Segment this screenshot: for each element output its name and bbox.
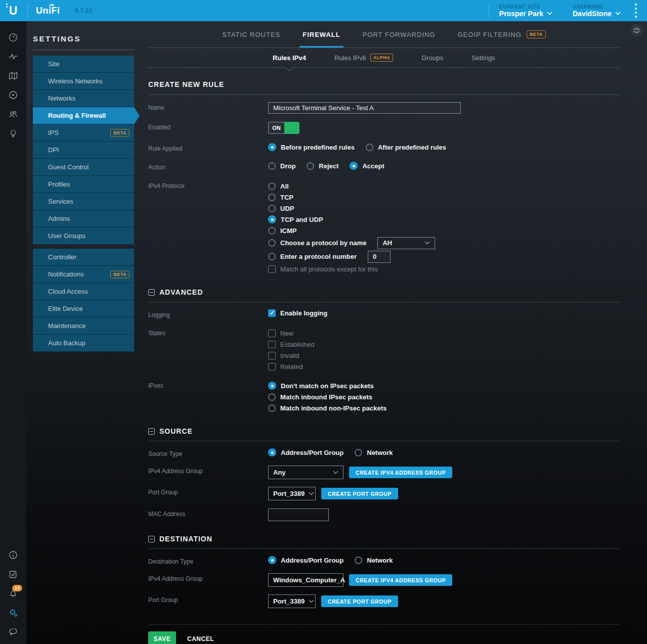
save-button[interactable]: SAVE	[148, 631, 176, 644]
radio-after-predefined[interactable]: After predefined rules	[366, 144, 446, 151]
more-menu-icon[interactable]	[635, 4, 637, 18]
tab-firewall[interactable]: FIREWALL	[303, 21, 340, 48]
checkbox-match-all-except[interactable]: Match all protocols except for this	[268, 263, 378, 274]
sidebar-item-controller[interactable]: Controller	[33, 249, 134, 266]
tab-static-routes[interactable]: STATIC ROUTES	[222, 21, 280, 48]
ubiquiti-logo[interactable]: U	[0, 0, 26, 21]
destination-port-group-dropdown[interactable]: Port_3389	[268, 594, 316, 608]
topbar-separator	[489, 4, 489, 18]
radio-ipsec-match-non-ipsec[interactable]: Match inbound non-IPsec packets	[268, 402, 386, 413]
radio-ipsec-dont-match[interactable]: Don't match on IPsec packets	[268, 380, 374, 391]
create-port-group-button[interactable]: CREATE PORT GROUP	[321, 488, 398, 499]
collapse-icon[interactable]	[148, 536, 155, 542]
events-icon[interactable]	[8, 569, 18, 579]
radio-protocol-tcp-udp[interactable]: TCP and UDP	[268, 214, 323, 225]
sidebar-item-routing-firewall[interactable]: Routing & Firewall	[33, 107, 134, 124]
create-ipv4-address-group-button[interactable]: CREATE IPV4 ADDRESS GROUP	[349, 467, 452, 478]
hotspot-printer-button[interactable]	[630, 24, 643, 36]
radio-source-network[interactable]: Network	[355, 449, 393, 456]
destination-address-group-dropdown[interactable]: Windows_Computer_A	[268, 573, 343, 587]
checkbox-state-established[interactable]: Established	[268, 339, 314, 350]
radio-reject[interactable]: Reject	[307, 162, 338, 170]
sidebar-item-services[interactable]: Services	[33, 193, 134, 210]
sidebar-item-notifications[interactable]: NotificationsBETA	[33, 266, 134, 283]
clients-icon[interactable]	[8, 109, 18, 119]
beta-badge: BETA	[527, 30, 546, 38]
icon-rail: 13	[0, 21, 26, 644]
source-address-group-dropdown[interactable]: Any	[268, 466, 343, 479]
topbar: U UniFi 5.7.23 CURRENT SITE Prosper Park…	[0, 0, 647, 21]
radio-selected-icon	[268, 215, 276, 223]
tab-geoip-filtering[interactable]: GEOIP FILTERINGBETA	[458, 21, 546, 48]
sidebar-item-auto-backup[interactable]: Auto Backup	[33, 335, 134, 352]
devices-icon[interactable]	[8, 90, 18, 100]
protocol-number-input[interactable]	[368, 251, 391, 263]
sidebar-item-maintenance[interactable]: Maintenance	[33, 317, 134, 335]
sidebar-item-profiles[interactable]: Profiles	[33, 176, 134, 193]
radio-protocol-by-number[interactable]: Enter a protocol number	[268, 250, 391, 263]
sidebar-item-wireless-networks[interactable]: Wireless Networks	[33, 73, 134, 90]
checkbox-state-invalid[interactable]: Invalid	[268, 350, 299, 361]
sidebar-item-cloud-access[interactable]: Cloud Access	[33, 283, 134, 300]
radio-protocol-udp[interactable]: UDP	[268, 203, 294, 214]
map-icon[interactable]	[8, 71, 18, 81]
sidebar-item-ips[interactable]: IPSBETA	[33, 124, 134, 142]
mac-address-input[interactable]	[268, 509, 329, 521]
collapse-icon[interactable]	[148, 428, 155, 435]
beta-badge: BETA	[110, 270, 130, 278]
advanced-section-header: ADVANCED	[148, 288, 620, 302]
radio-source-address-port-group[interactable]: Address/Port Group	[268, 448, 343, 456]
cancel-button[interactable]: CANCEL	[187, 635, 214, 642]
current-site-label: CURRENT SITE	[499, 4, 552, 10]
firewall-subtabs: Rules IPv4 Rules IPv6ALPHA Groups Settin…	[148, 48, 620, 68]
settings-sidebar: SETTINGS Site Wireless Networks Networks…	[26, 21, 145, 352]
radio-selected-icon	[268, 556, 276, 564]
settings-gear-icon[interactable]	[8, 608, 18, 618]
statistics-icon[interactable]	[8, 52, 18, 62]
sidebar-item-elite-device[interactable]: Elite Device	[33, 300, 134, 317]
checkbox-state-new[interactable]: New	[268, 328, 293, 339]
sidebar-item-user-groups[interactable]: User Groups	[33, 227, 134, 245]
create-ipv4-address-group-button[interactable]: CREATE IPV4 ADDRESS GROUP	[349, 574, 452, 586]
sidebar-item-admins[interactable]: Admins	[33, 210, 134, 227]
radio-before-predefined[interactable]: Before predefined rules	[268, 143, 355, 151]
alpha-badge: ALPHA	[370, 54, 394, 62]
collapse-icon[interactable]	[148, 289, 155, 296]
protocol-name-dropdown[interactable]: AH	[377, 237, 435, 249]
insights-icon[interactable]	[8, 128, 18, 139]
subtab-settings[interactable]: Settings	[471, 48, 495, 67]
radio-icon	[366, 144, 373, 151]
sidebar-item-guest-control[interactable]: Guest Control	[33, 159, 134, 176]
info-icon[interactable]	[8, 550, 18, 560]
radio-destination-address-port-group[interactable]: Address/Port Group	[268, 556, 343, 564]
enabled-toggle[interactable]: ON	[268, 122, 299, 134]
radio-protocol-all[interactable]: All	[268, 180, 289, 192]
tab-port-forwarding[interactable]: PORT FORWARDING	[363, 21, 436, 48]
radio-protocol-by-name[interactable]: Choose a protocol by name AH	[268, 236, 435, 250]
checkbox-enable-logging[interactable]: Enable logging	[268, 309, 327, 317]
radio-drop[interactable]: Drop	[268, 162, 295, 170]
username-value: DavidStone	[573, 10, 612, 18]
dashboard-icon[interactable]	[8, 32, 18, 42]
checkbox-state-related[interactable]: Related	[268, 361, 303, 372]
firewall-section-tabs: STATIC ROUTES FIREWALL PORT FORWARDING G…	[148, 21, 620, 48]
create-port-group-button[interactable]: CREATE PORT GROUP	[321, 595, 398, 607]
protocol-label: IPv4 Protocol	[148, 180, 268, 190]
sidebar-item-site[interactable]: Site	[33, 56, 134, 73]
source-port-group-dropdown[interactable]: Port_3389	[268, 487, 316, 500]
chat-icon[interactable]	[8, 627, 18, 637]
radio-destination-network[interactable]: Network	[355, 557, 393, 564]
rule-name-input[interactable]	[268, 102, 461, 114]
subtab-rules-ipv6[interactable]: Rules IPv6ALPHA	[334, 48, 393, 67]
username-selector[interactable]: USERNAME DavidStone	[573, 4, 621, 18]
alerts-icon[interactable]: 13	[8, 588, 18, 599]
radio-protocol-icmp[interactable]: ICMP	[268, 225, 297, 236]
subtab-rules-ipv4[interactable]: Rules IPv4	[273, 48, 306, 67]
sidebar-item-networks[interactable]: Networks	[33, 90, 134, 107]
radio-protocol-tcp[interactable]: TCP	[268, 192, 293, 203]
current-site-selector[interactable]: CURRENT SITE Prosper Park	[499, 4, 552, 18]
radio-ipsec-match-inbound[interactable]: Match inbound IPsec packets	[268, 391, 372, 402]
sidebar-item-dpi[interactable]: DPI	[33, 142, 134, 159]
subtab-groups[interactable]: Groups	[421, 48, 443, 67]
radio-accept[interactable]: Accept	[350, 162, 384, 170]
